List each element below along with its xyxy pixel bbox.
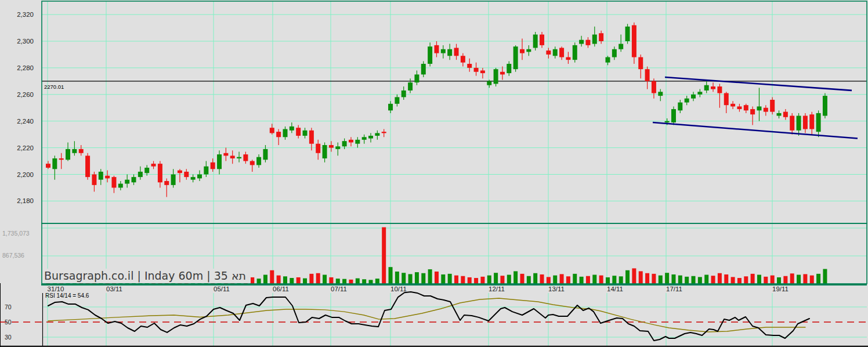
volume-bar bbox=[803, 274, 807, 284]
candle bbox=[138, 172, 143, 177]
candle bbox=[764, 108, 768, 112]
volume-axis-label: 1,735,073 bbox=[2, 230, 30, 237]
volume-bar bbox=[580, 277, 584, 284]
candle bbox=[276, 132, 281, 137]
candle bbox=[250, 161, 255, 165]
candle bbox=[335, 146, 340, 149]
price-axis-label: 2,180 bbox=[17, 197, 34, 204]
candle bbox=[809, 114, 814, 129]
candle bbox=[612, 49, 617, 57]
date-axis-label: 31/10 bbox=[48, 285, 64, 292]
candle bbox=[474, 68, 479, 72]
volume-bar bbox=[474, 278, 478, 284]
candle bbox=[823, 96, 827, 115]
candle bbox=[72, 149, 77, 153]
volume-bar bbox=[257, 279, 261, 284]
candle bbox=[171, 175, 176, 185]
volume-bar bbox=[461, 276, 465, 284]
candle bbox=[256, 157, 261, 165]
candle bbox=[724, 93, 729, 106]
date-axis-label: 05/11 bbox=[214, 285, 230, 292]
volume-bar bbox=[692, 276, 696, 284]
candle bbox=[237, 157, 241, 158]
date-axis-label: 10/11 bbox=[390, 285, 407, 292]
volume-bar bbox=[606, 277, 610, 284]
candle bbox=[803, 116, 808, 129]
volume-bar bbox=[783, 276, 787, 284]
candle bbox=[283, 129, 287, 137]
date-axis-label: 14/11 bbox=[607, 285, 623, 292]
volume-bar bbox=[566, 276, 570, 284]
volume-bar bbox=[612, 276, 616, 284]
volume-bar bbox=[553, 276, 557, 284]
price-axis-label: 2,300 bbox=[17, 38, 34, 45]
candle bbox=[507, 64, 511, 73]
candle bbox=[704, 85, 709, 91]
candle bbox=[625, 27, 630, 41]
volume-bar bbox=[435, 272, 439, 284]
candle bbox=[645, 69, 650, 81]
candle bbox=[303, 131, 308, 136]
volume-bar bbox=[323, 275, 327, 284]
candle bbox=[533, 35, 538, 48]
volume-bar bbox=[402, 273, 406, 284]
volume-bar bbox=[619, 276, 623, 284]
volume-bar bbox=[454, 276, 458, 284]
candle bbox=[579, 40, 584, 44]
candle bbox=[118, 184, 123, 188]
candle bbox=[375, 133, 379, 136]
candle bbox=[395, 97, 399, 103]
volume-bar bbox=[408, 274, 413, 284]
candle bbox=[737, 106, 742, 109]
candle bbox=[744, 105, 748, 110]
candle bbox=[467, 64, 472, 68]
candle bbox=[204, 167, 208, 175]
volume-bar bbox=[250, 277, 254, 284]
candle bbox=[816, 113, 821, 132]
volume-bar bbox=[362, 279, 366, 284]
candle bbox=[573, 45, 577, 60]
candle bbox=[414, 74, 419, 82]
candle bbox=[211, 162, 215, 169]
volume-bar bbox=[263, 275, 267, 284]
volume-bar bbox=[395, 272, 399, 284]
candle bbox=[454, 48, 459, 56]
volume-bar bbox=[731, 277, 735, 284]
candle bbox=[697, 92, 702, 95]
volume-bar bbox=[711, 276, 715, 284]
candle bbox=[99, 172, 103, 180]
candle bbox=[678, 103, 682, 111]
volume-bar bbox=[560, 274, 564, 284]
volume-bar bbox=[671, 274, 675, 284]
volume-bar bbox=[724, 274, 728, 284]
volume-bar bbox=[704, 275, 708, 284]
chart-canvas[interactable]: 2,3202,3002,2802,2602,2402,2202,2002,180… bbox=[0, 0, 868, 347]
bursagraph-chart-window: 2,3202,3002,2802,2602,2402,2202,2002,180… bbox=[0, 0, 868, 347]
candle bbox=[592, 35, 597, 44]
brand-watermark: Bursagraph.co.il | Inday 60m | 35 תא bbox=[44, 269, 251, 283]
date-axis-label: 03/11 bbox=[106, 285, 122, 292]
date-axis-label: 07/11 bbox=[331, 285, 347, 292]
candle bbox=[487, 81, 491, 85]
candle bbox=[658, 92, 663, 96]
volume-bar bbox=[507, 275, 511, 284]
volume-bar bbox=[757, 275, 761, 284]
candle bbox=[671, 109, 676, 122]
candle bbox=[362, 137, 367, 140]
candle bbox=[66, 149, 70, 160]
candle bbox=[270, 128, 274, 133]
candle bbox=[553, 49, 558, 56]
volume-bar bbox=[329, 277, 333, 284]
volume-bar bbox=[428, 269, 432, 284]
candle bbox=[151, 164, 156, 167]
volume-bar bbox=[718, 273, 722, 284]
candle bbox=[540, 35, 544, 45]
volume-bar bbox=[737, 278, 742, 284]
volume-bar bbox=[375, 279, 379, 284]
candle bbox=[513, 46, 518, 69]
candle bbox=[323, 145, 327, 158]
volume-bar bbox=[487, 276, 491, 284]
candle bbox=[797, 116, 801, 131]
volume-bar bbox=[415, 272, 419, 284]
volume-bar bbox=[382, 227, 386, 284]
